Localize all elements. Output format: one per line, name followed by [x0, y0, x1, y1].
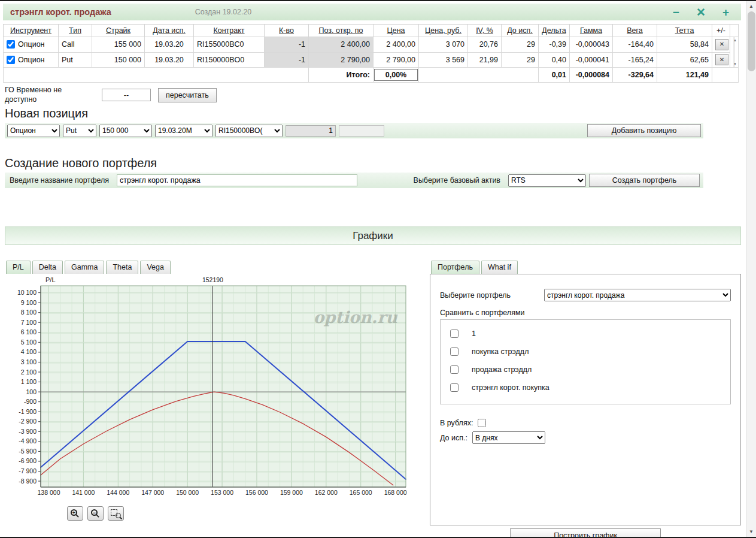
np-date-select[interactable]: 19.03.20M	[155, 125, 212, 137]
zoom-out-button[interactable]: −	[87, 506, 104, 521]
col-header-contract[interactable]: Контракт	[194, 25, 265, 37]
svg-text:165 000: 165 000	[350, 489, 372, 496]
add-position-button[interactable]: Добавить позицию	[587, 124, 701, 137]
compare-item[interactable]: продажа стрэддл	[450, 361, 730, 379]
portfolio-panel-column: Портфель What if Выберите портфель стрэн…	[430, 261, 741, 537]
cell-strike: 150 000	[92, 52, 145, 68]
days-select[interactable]: В днях	[472, 431, 545, 444]
svg-text:8 100: 8 100	[21, 309, 37, 316]
cell-type: Put	[59, 52, 92, 68]
compare-checkbox[interactable]	[450, 383, 459, 392]
svg-text:162 000: 162 000	[315, 489, 338, 496]
svg-text:138 000: 138 000	[38, 489, 60, 496]
cell-iv: 20,76	[468, 37, 502, 53]
scroll-down-icon[interactable]: ▼	[733, 62, 735, 66]
scroll-up-icon[interactable]: ▲	[733, 38, 735, 42]
col-header-type[interactable]: Тип	[59, 25, 92, 37]
svg-text:5 100: 5 100	[21, 338, 37, 346]
compare-item[interactable]: покупка стрэддл	[450, 343, 730, 361]
cell-vega: -165,24	[613, 52, 657, 68]
cell-vega: -164,40	[613, 37, 657, 53]
delete-row-button[interactable]: ✕	[715, 39, 728, 50]
col-header-price[interactable]: Цена	[374, 25, 419, 37]
delete-row-button[interactable]: ✕	[715, 54, 728, 65]
col-header-delta[interactable]: Дельта	[539, 25, 570, 37]
col-header-vega[interactable]: Вега	[613, 25, 657, 37]
margin-label: ГО Временно не доступно	[5, 86, 95, 104]
compare-checkbox[interactable]	[450, 330, 459, 338]
total-label: Итого:	[309, 68, 374, 83]
svg-text:141 000: 141 000	[72, 489, 95, 496]
zoom-selection-button[interactable]	[108, 506, 124, 521]
svg-text:6 100: 6 100	[21, 329, 37, 336]
svg-text:-6 900: -6 900	[19, 458, 37, 465]
tab-gamma[interactable]: Gamma	[65, 261, 104, 274]
np-contract-select[interactable]: RI150000BO(	[215, 125, 283, 137]
row-checkbox[interactable]	[7, 56, 15, 64]
col-header-instrument[interactable]: Инструмент	[4, 25, 59, 37]
col-header-openpos[interactable]: Поз. откр. по	[309, 25, 374, 37]
scrollbar-down-icon[interactable]: ▼	[746, 527, 756, 537]
np-quantity-input[interactable]	[286, 125, 336, 137]
cell-days: 29	[502, 52, 539, 68]
portfolio-select[interactable]: стрэнгл корот. продажа	[544, 289, 731, 301]
tab-delta[interactable]: Delta	[32, 261, 63, 274]
scrollbar-thumb[interactable]	[748, 11, 755, 71]
build-chart-button[interactable]: Построить график	[510, 528, 661, 537]
svg-text:-3 900: -3 900	[19, 428, 37, 435]
tab-pl[interactable]: P/L	[6, 261, 31, 274]
margin-value-input[interactable]	[102, 89, 151, 101]
svg-text:-5 900: -5 900	[19, 448, 37, 455]
charts-section-title: Графики	[353, 230, 393, 242]
col-header-days[interactable]: До исп.	[502, 25, 539, 37]
add-icon[interactable]: +	[722, 7, 729, 18]
tab-theta[interactable]: Theta	[106, 261, 138, 274]
base-asset-select[interactable]: RTS	[508, 174, 586, 187]
table-row: Опцион Put 150 000 19.03.20 RI150000BO0 …	[4, 52, 739, 68]
svg-text:150 000: 150 000	[176, 489, 199, 496]
svg-text:2 100: 2 100	[21, 368, 37, 376]
row-checkbox[interactable]	[7, 40, 15, 49]
svg-text:168 000: 168 000	[384, 489, 407, 496]
table-scrollbar[interactable]: ▲ ▼	[733, 37, 735, 67]
col-header-qty[interactable]: К-во	[265, 25, 309, 37]
create-portfolio-button[interactable]: Создать портфель	[589, 174, 700, 187]
np-extra-input[interactable]	[339, 125, 384, 137]
cell-price: 2 790,00	[374, 52, 419, 68]
cell-theta: 62,65	[657, 52, 712, 68]
compare-item[interactable]: стрэнгл корот. покупка	[450, 379, 730, 397]
col-header-theta[interactable]: Тетта	[657, 25, 712, 37]
y-axis-title: P/L	[45, 276, 56, 283]
svg-text:7 100: 7 100	[21, 319, 37, 326]
compare-checkbox[interactable]	[450, 347, 459, 356]
chart-panel: P/L Delta Gamma Theta Vega 138 000141 00…	[5, 261, 419, 521]
col-header-iv[interactable]: IV, %	[468, 25, 502, 37]
portfolio-name-input[interactable]	[117, 174, 357, 186]
col-header-pricerub[interactable]: Цена, руб.	[419, 25, 468, 37]
svg-text:9 100: 9 100	[21, 299, 37, 306]
page-scrollbar[interactable]: ▲ ▼	[746, 0, 756, 538]
compare-item[interactable]: 1	[450, 325, 730, 343]
close-icon[interactable]: ✕	[696, 7, 706, 18]
days-label: До исп.:	[440, 434, 467, 442]
col-header-gamma[interactable]: Гамма	[570, 25, 613, 37]
minimize-icon[interactable]: −	[673, 7, 679, 18]
cell-expdate: 19.03.20	[145, 52, 194, 68]
new-position-title: Новая позиция	[5, 107, 746, 120]
col-header-strike[interactable]: Страйк	[92, 25, 145, 37]
col-header-expdate[interactable]: Дата исп.	[145, 25, 194, 37]
np-type-select[interactable]: Put	[63, 125, 96, 137]
np-strike-select[interactable]: 150 000	[99, 125, 152, 137]
price-marker-label: 152190	[202, 276, 223, 283]
recalculate-button[interactable]: пересчитать	[158, 88, 217, 102]
rubles-checkbox[interactable]	[478, 419, 486, 427]
scrollbar-up-icon[interactable]: ▲	[746, 1, 756, 11]
zoom-in-button[interactable]: +	[67, 506, 83, 521]
np-instrument-select[interactable]: Опцион	[7, 125, 60, 137]
compare-checkbox[interactable]	[450, 365, 459, 374]
tab-vega[interactable]: Vega	[140, 261, 171, 274]
zoom-out-icon: −	[91, 509, 98, 516]
tab-whatif[interactable]: What if	[481, 261, 518, 274]
tab-portfolio[interactable]: Портфель	[431, 261, 479, 274]
svg-text:100: 100	[26, 388, 37, 395]
